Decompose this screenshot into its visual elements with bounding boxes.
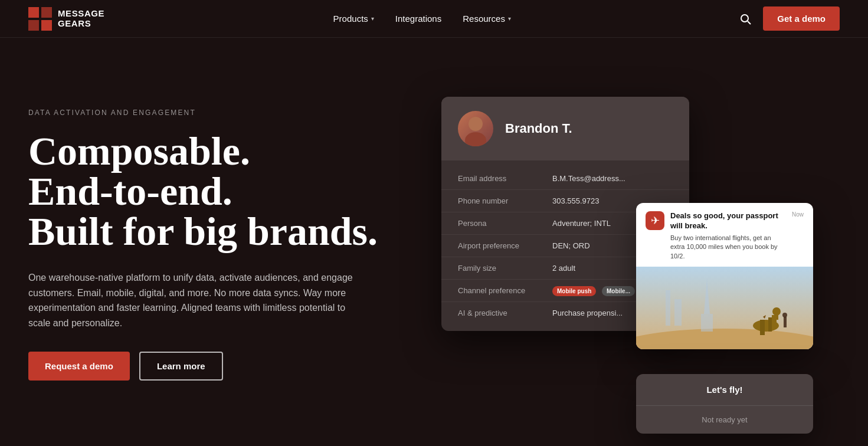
notif-body: Buy two international flights, get an ex… (670, 234, 786, 261)
profile-label-ai: AI & predictive (458, 309, 552, 317)
nav-links: Products ▾ Integrations Resources ▾ (333, 14, 511, 24)
profile-name: Brandon T. (505, 121, 572, 136)
svg-point-7 (465, 132, 486, 146)
svg-rect-13 (701, 314, 713, 332)
notif-header: ✈ Deals so good, your passport will brea… (636, 203, 813, 267)
profile-value-phone: 303.555.9723 (552, 196, 600, 205)
svg-rect-16 (760, 320, 765, 335)
profile-value-ai: Purchase propensi... (552, 309, 623, 317)
svg-rect-3 (41, 20, 52, 31)
notif-title: Deals so good, your passport will break. (670, 211, 786, 231)
svg-rect-17 (768, 317, 772, 332)
avatar (458, 111, 493, 146)
request-demo-button[interactable]: Request a demo (28, 352, 130, 381)
svg-rect-1 (41, 7, 52, 18)
profile-label-channel: Channel preference (458, 286, 552, 295)
profile-label-airport: Airport preference (458, 241, 552, 250)
notification-card: ✈ Deals so good, your passport will brea… (636, 203, 813, 349)
learn-more-button[interactable]: Learn more (139, 352, 223, 381)
svg-rect-21 (784, 317, 787, 327)
nav-right: Get a demo (739, 6, 840, 31)
profile-row-email: Email address B.M.Tess@address... (441, 168, 689, 190)
svg-rect-10 (666, 290, 670, 326)
search-button[interactable] (739, 13, 751, 25)
svg-rect-2 (28, 20, 39, 31)
hero-left: DATA ACTIVATION AND ENGAGEMENT Composabl… (28, 85, 382, 381)
svg-rect-19 (775, 314, 778, 320)
nav-resources[interactable]: Resources ▾ (463, 14, 511, 24)
badge-mobile: Mobile... (602, 286, 635, 296)
chevron-down-icon: ▾ (371, 15, 374, 22)
nav-integrations[interactable]: Integrations (395, 14, 441, 24)
badge-mobile-push: Mobile push (552, 286, 596, 296)
profile-value-email: B.M.Tess@address... (552, 174, 625, 183)
svg-rect-11 (674, 299, 682, 326)
profile-label-phone: Phone number (458, 196, 552, 205)
svg-rect-0 (28, 7, 39, 18)
fly-button[interactable]: Let's fly! (636, 374, 813, 406)
hero-body: One warehouse-native platform to unify d… (28, 270, 359, 330)
logo[interactable]: MESSAGE GEARS (28, 7, 104, 31)
profile-value-persona: Adventurer; INTL (552, 219, 611, 228)
profile-label-persona: Persona (458, 219, 552, 228)
svg-point-6 (469, 117, 483, 131)
logo-text: MESSAGE GEARS (58, 9, 104, 28)
profile-value-family: 2 adult (552, 264, 575, 273)
profile-value-airport: DEN; ORD (552, 241, 590, 250)
fly-card: Let's fly! Not ready yet (636, 374, 813, 434)
hero-ctas: Request a demo Learn more (28, 352, 382, 381)
notif-time: Now (792, 211, 804, 218)
hero-eyebrow: DATA ACTIVATION AND ENGAGEMENT (28, 109, 382, 117)
notif-app-icon: ✈ (646, 211, 664, 230)
notif-text: Deals so good, your passport will break.… (670, 211, 786, 261)
profile-label-email: Email address (458, 174, 552, 183)
svg-point-4 (741, 15, 748, 22)
profile-value-channel: Mobile push Mobile... (552, 286, 635, 295)
navbar: MESSAGE GEARS Products ▾ Integrations Re… (0, 0, 868, 38)
not-ready-button[interactable]: Not ready yet (636, 406, 813, 434)
nav-products[interactable]: Products ▾ (333, 14, 374, 24)
chevron-down-icon-resources: ▾ (508, 15, 511, 22)
get-demo-button[interactable]: Get a demo (763, 6, 840, 31)
hero-headline: Composable. End-to-end. Built for big br… (28, 131, 382, 251)
svg-line-5 (748, 21, 751, 24)
notif-image (636, 267, 813, 349)
hero-right: Brandon T. Email address B.M.Tess@addres… (406, 85, 840, 427)
profile-card-header: Brandon T. (441, 97, 689, 160)
hero-section: DATA ACTIVATION AND ENGAGEMENT Composabl… (0, 38, 868, 446)
profile-label-family: Family size (458, 264, 552, 273)
svg-point-22 (782, 313, 787, 317)
